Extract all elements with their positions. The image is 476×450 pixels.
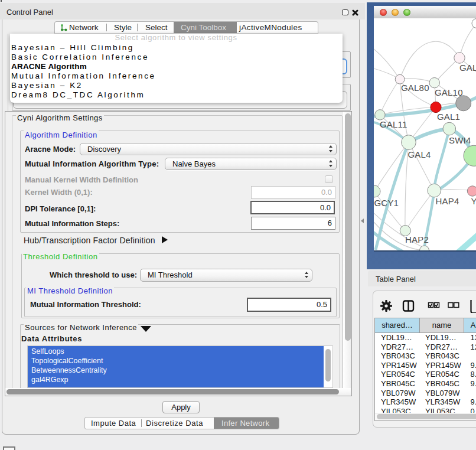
svg-text:GAL1: GAL1 [437,112,460,122]
svg-text:Y: Y [471,196,476,206]
svg-text:GAL11: GAL11 [380,119,407,129]
svg-text:GAL2: GAL2 [459,63,476,73]
svg-text:HAP4: HAP4 [436,196,459,206]
svg-text:GAL10: GAL10 [435,87,463,97]
svg-text:GCY1: GCY1 [374,198,399,208]
svg-text:SWI4: SWI4 [449,135,471,145]
svg-text:HAP2: HAP2 [405,234,429,244]
svg-text:GAL4: GAL4 [408,149,431,159]
svg-text:GAL80: GAL80 [401,83,429,93]
